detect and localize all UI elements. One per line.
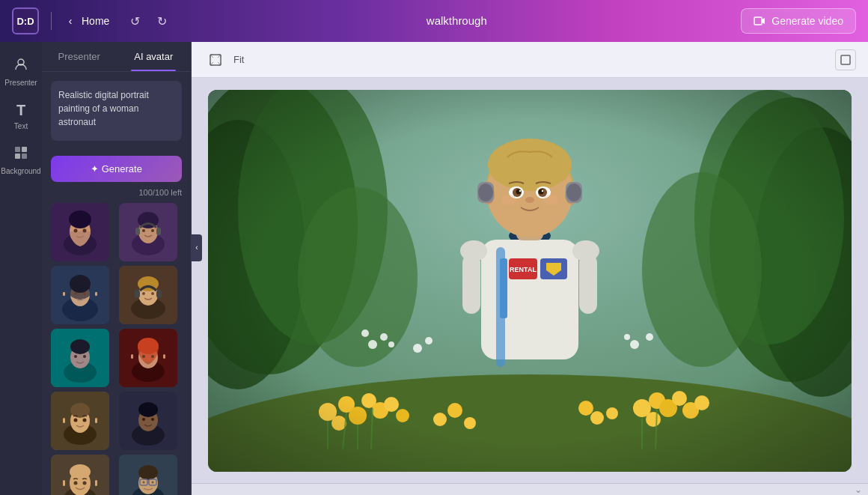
fullscreen-button[interactable]: [835, 49, 856, 70]
fit-label: Fit: [233, 54, 244, 65]
text-icon: T: [16, 102, 25, 119]
avatar-face-9: [51, 455, 109, 495]
avatar-thumb-2[interactable]: [119, 203, 177, 261]
avatar-face-5: [51, 329, 109, 387]
undo-button[interactable]: ↺: [124, 10, 145, 31]
svg-point-61: [138, 402, 158, 417]
svg-rect-71: [95, 480, 97, 486]
canvas-content: RENTAL: [192, 78, 868, 483]
svg-point-46: [142, 355, 145, 358]
svg-point-63: [151, 418, 154, 421]
avatar-thumb-10[interactable]: [119, 455, 177, 495]
svg-rect-32: [135, 290, 140, 298]
chevron-left-icon: ‹: [64, 14, 77, 28]
svg-rect-48: [131, 354, 133, 359]
prompt-area[interactable]: Realistic digital portrait painting of a…: [51, 81, 182, 141]
generate-btn-label: ✦ Generate: [91, 163, 142, 174]
svg-point-54: [74, 419, 78, 422]
svg-point-68: [74, 482, 78, 485]
svg-point-39: [70, 339, 90, 354]
presenter-icon: [13, 57, 28, 76]
svg-rect-17: [156, 228, 161, 235]
svg-rect-57: [95, 418, 97, 423]
svg-point-10: [74, 229, 78, 233]
svg-rect-160: [208, 90, 852, 472]
main-layout: Presenter T Text Background Presenter: [0, 42, 868, 495]
logo: D:D: [12, 7, 39, 34]
generate-video-label: Generate video: [771, 15, 843, 27]
svg-point-40: [74, 355, 77, 358]
svg-point-75: [138, 465, 158, 480]
background-icon: [13, 145, 28, 164]
canvas-area: Fit: [192, 42, 868, 495]
svg-point-47: [151, 355, 154, 358]
avatar-face-4: [119, 266, 177, 324]
collapse-arrow[interactable]: ‹: [192, 234, 202, 261]
svg-point-69: [83, 482, 87, 485]
canvas-scrollbar: ⌄: [192, 483, 868, 495]
panel-tabs: Presenter AI avatar: [42, 42, 191, 72]
generate-button[interactable]: ✦ Generate: [51, 156, 182, 182]
svg-point-80: [151, 482, 153, 484]
canvas-toolbar: Fit: [192, 42, 868, 78]
svg-rect-56: [63, 418, 65, 423]
svg-point-9: [69, 210, 91, 228]
tab-ai-avatar[interactable]: AI avatar: [117, 42, 192, 71]
sidebar-icons: Presenter T Text Background: [0, 42, 42, 495]
svg-rect-27: [95, 292, 97, 296]
video-preview: RENTAL: [208, 90, 852, 472]
svg-point-53: [70, 403, 90, 418]
svg-point-55: [83, 419, 87, 422]
svg-rect-16: [135, 228, 140, 235]
side-panel: Presenter AI avatar Realistic digital po…: [42, 42, 192, 495]
svg-rect-49: [163, 354, 165, 359]
svg-rect-2: [15, 147, 20, 152]
avatar-thumb-3[interactable]: [51, 266, 109, 324]
avatar-thumb-5[interactable]: [51, 329, 109, 387]
home-label: Home: [82, 15, 109, 27]
avatar-face-1: [51, 203, 109, 261]
walkthrough-label: walkthrough: [427, 14, 487, 28]
redo-icon: ↻: [157, 14, 167, 28]
avatar-face-3: [51, 266, 109, 324]
svg-rect-4: [15, 154, 20, 159]
avatar-face-2: [119, 203, 177, 261]
generate-video-button[interactable]: Generate video: [741, 8, 856, 34]
avatar-face-7: [51, 392, 109, 450]
sidebar-item-presenter[interactable]: Presenter: [3, 51, 39, 93]
sidebar-item-text[interactable]: T Text: [3, 96, 39, 136]
home-button[interactable]: ‹ Home: [64, 14, 109, 28]
svg-point-11: [83, 229, 87, 233]
undo-icon: ↺: [130, 14, 140, 28]
avatar-thumb-4[interactable]: [119, 266, 177, 324]
svg-point-34: [142, 292, 145, 295]
svg-point-79: [142, 482, 144, 484]
avatar-thumb-9[interactable]: [51, 455, 109, 495]
svg-rect-82: [841, 55, 850, 64]
avatar-face-6: [119, 329, 177, 387]
header-left-section: D:D ‹ Home ↺ ↻: [12, 7, 172, 34]
svg-point-62: [142, 418, 145, 421]
sidebar-item-background[interactable]: Background: [3, 139, 39, 181]
prompt-text: Realistic digital portrait painting of a…: [58, 90, 149, 127]
undo-redo-group: ↺ ↻: [124, 10, 172, 31]
tab-presenter[interactable]: Presenter: [42, 42, 117, 71]
avatar-face-8: [119, 392, 177, 450]
avatar-thumb-7[interactable]: [51, 392, 109, 450]
svg-point-35: [151, 292, 154, 295]
resize-icon-button[interactable]: [204, 48, 227, 72]
avatar-thumb-8[interactable]: [119, 392, 177, 450]
svg-rect-26: [63, 292, 65, 296]
toolbar-left: Fit: [204, 48, 244, 72]
svg-rect-70: [63, 480, 65, 486]
avatar-thumb-1[interactable]: [51, 203, 109, 261]
nav-divider: [51, 12, 52, 30]
logo-text: D:D: [16, 16, 34, 27]
avatar-thumb-6[interactable]: [119, 329, 177, 387]
redo-button[interactable]: ↻: [151, 10, 172, 31]
svg-rect-33: [156, 290, 162, 298]
svg-rect-5: [22, 154, 27, 159]
presenter-label: Presenter: [4, 79, 37, 87]
scroll-chevron-down[interactable]: ⌄: [855, 485, 862, 495]
background-label: Background: [1, 167, 40, 175]
